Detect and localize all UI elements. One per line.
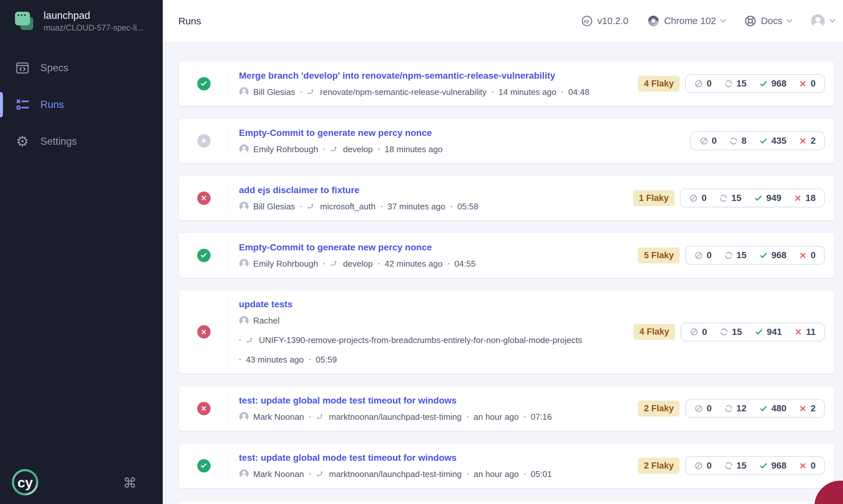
avatar	[810, 14, 825, 29]
skipped-icon	[700, 137, 708, 145]
failed-x-icon	[799, 462, 807, 470]
cypress-logo-icon[interactable]: c y	[10, 468, 40, 498]
run-card[interactable]: Empty-Commit to generate new percy nonce…	[178, 118, 835, 164]
pending-stat: 15	[719, 193, 741, 203]
run-author: Bill Glesias	[253, 201, 295, 212]
author-avatar-icon	[239, 316, 249, 326]
run-title-link[interactable]: add ejs disclaimer to fixture	[239, 184, 359, 196]
run-card[interactable]: Empty-Commit to generate new percy nonce…	[178, 233, 835, 278]
passed-check-icon	[759, 404, 768, 413]
run-relative-time: an hour ago	[474, 469, 519, 480]
runs-icon	[15, 97, 30, 112]
branch-icon	[307, 88, 316, 96]
passed-stat: 949	[754, 193, 781, 203]
branch-icon	[246, 336, 255, 345]
failed-x-icon	[799, 137, 807, 145]
skipped-stat: 0	[694, 78, 712, 89]
sidebar: launchpad muaz/CLOUD-577-spec-li... Spec…	[0, 0, 163, 504]
run-branch: develop	[343, 258, 373, 269]
branch-icon	[316, 412, 325, 421]
skipped-icon	[694, 251, 703, 260]
user-menu[interactable]	[810, 14, 835, 29]
pending-icon	[724, 404, 733, 413]
pending-stat: 15	[724, 461, 747, 471]
author-avatar-icon	[239, 469, 249, 479]
pending-icon	[720, 327, 728, 336]
passed-stat: 941	[755, 327, 782, 337]
run-relative-time: 42 minutes ago	[385, 258, 443, 269]
app-name: launchpad	[44, 9, 143, 22]
browser-selector[interactable]: Chrome 102	[647, 15, 725, 27]
branch-icon	[316, 470, 325, 478]
skipped-stat: 0	[700, 136, 717, 146]
run-branch: develop	[343, 144, 373, 155]
sidebar-item-settings[interactable]: ⚙ Settings	[0, 123, 163, 160]
run-card[interactable]: test: update global mode test timeout fo…	[178, 443, 835, 488]
passed-check-icon	[759, 137, 768, 145]
run-card[interactable]: Merge branch 'develop' into renovate/npm…	[178, 61, 835, 106]
author-avatar-icon	[239, 201, 249, 211]
run-relative-time: 14 minutes ago	[499, 87, 556, 97]
run-status-icon	[197, 325, 211, 339]
pending-stat: 15	[720, 327, 742, 337]
failed-stat: 18	[794, 193, 816, 203]
keyboard-shortcuts-icon[interactable]: ⌘	[123, 475, 137, 491]
runs-list: Merge branch 'develop' into renovate/npm…	[163, 42, 843, 504]
pending-icon	[724, 251, 733, 260]
run-author: Mark Noonan	[253, 411, 304, 422]
run-branch: marktnoonan/launchpad-test-timing	[329, 411, 462, 422]
sidebar-item-label: Specs	[40, 62, 68, 74]
passed-stat: 480	[759, 403, 787, 414]
run-title-link[interactable]: Empty-Commit to generate new percy nonce	[239, 241, 432, 253]
passed-stat: 968	[759, 250, 787, 260]
sidebar-item-runs[interactable]: Runs	[0, 86, 163, 123]
run-title-link[interactable]: Empty-Commit to generate new percy nonce	[239, 127, 432, 139]
skipped-icon	[689, 194, 698, 202]
author-avatar-icon	[239, 87, 249, 97]
run-branch: renovate/npm-semantic-release-vulnerabil…	[320, 87, 487, 97]
svg-text:y: y	[25, 475, 33, 490]
run-results-summary: 0 15 941 11	[681, 323, 825, 341]
failed-stat: 2	[799, 136, 816, 146]
run-title-link[interactable]: test: update global mode test timeout fo…	[239, 452, 457, 464]
run-results-summary: 0 15 949 18	[680, 188, 825, 208]
pending-icon	[719, 194, 728, 202]
run-duration: 04:48	[568, 87, 589, 97]
skipped-stat: 0	[690, 327, 707, 337]
run-meta: Mark Noonan · marktnoonan/launchpad-test…	[239, 469, 632, 480]
passed-check-icon	[759, 251, 768, 260]
specs-icon	[15, 60, 30, 75]
run-results-summary: 0 8 435 2	[690, 131, 825, 150]
failed-x-icon	[799, 251, 807, 259]
run-meta: Bill Glesias · renovate/npm-semantic-rel…	[239, 87, 632, 97]
chrome-icon	[647, 15, 660, 27]
failed-x-icon	[794, 194, 802, 202]
flaky-badge: 4 Flaky	[638, 76, 679, 92]
chevron-down-icon	[786, 17, 792, 22]
run-title-link[interactable]: Merge branch 'develop' into renovate/npm…	[239, 70, 555, 82]
skipped-stat: 0	[694, 250, 712, 260]
run-card[interactable]: update tests Rachel ·	[178, 290, 835, 374]
branch-icon	[330, 145, 339, 154]
run-card[interactable]: add ejs disclaimer to fixture Bill Glesi…	[178, 175, 835, 221]
pending-icon	[724, 462, 733, 470]
version-button[interactable]: cy v10.2.0	[581, 15, 628, 27]
run-title-link[interactable]: test: update global mode test timeout fo…	[239, 395, 457, 407]
run-status-icon	[197, 402, 211, 415]
run-title-link[interactable]: update tests	[239, 299, 293, 310]
pending-stat: 15	[724, 250, 747, 260]
run-card[interactable]: test: update global mode test timeout fo…	[178, 385, 835, 431]
skipped-stat: 0	[689, 193, 707, 203]
project-switcher[interactable]: launchpad muaz/CLOUD-577-spec-li...	[0, 0, 163, 42]
flaky-badge: 5 Flaky	[638, 248, 679, 264]
run-author: Emily Rohrbough	[253, 258, 318, 269]
run-author: Mark Noonan	[253, 469, 304, 480]
author-avatar-icon	[239, 412, 249, 422]
flaky-badge: 2 Flaky	[638, 401, 679, 416]
top-bar: Runs cy v10.2.0 Chrome 102	[163, 0, 843, 42]
run-author: Emily Rohrbough	[253, 144, 318, 155]
partial-run-card[interactable]	[178, 500, 835, 504]
flaky-badge: 2 Flaky	[638, 458, 679, 474]
docs-menu[interactable]: Docs	[744, 15, 792, 27]
sidebar-item-specs[interactable]: Specs	[0, 50, 163, 86]
